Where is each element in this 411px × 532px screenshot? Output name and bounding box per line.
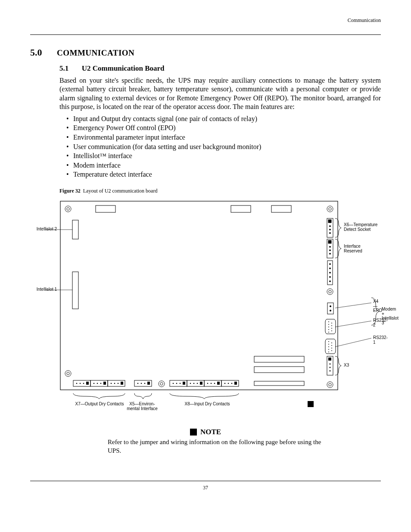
svg-line-107	[335, 303, 371, 308]
sub-heading: 5.1 U2 Communication Board	[59, 64, 381, 73]
svg-point-45	[331, 330, 332, 331]
svg-rect-98	[217, 382, 220, 385]
svg-rect-82	[121, 382, 123, 385]
svg-rect-74	[86, 382, 89, 385]
svg-rect-94	[200, 382, 202, 385]
svg-rect-24	[328, 240, 331, 243]
svg-rect-0	[60, 201, 338, 390]
svg-point-2	[67, 208, 69, 210]
svg-point-81	[118, 383, 119, 384]
svg-point-4	[329, 208, 331, 210]
figure-caption: Figure 32 Layout of U2 communication boa…	[59, 188, 381, 194]
svg-point-96	[211, 383, 212, 384]
svg-point-44	[331, 328, 332, 329]
svg-point-51	[331, 342, 332, 343]
svg-point-91	[190, 383, 191, 384]
svg-point-33	[330, 281, 331, 282]
svg-point-57	[330, 364, 331, 365]
svg-point-48	[328, 346, 329, 347]
label-x5-env: X5—Environ- mental Interface	[126, 402, 159, 411]
svg-point-77	[100, 383, 102, 384]
svg-point-8	[67, 372, 69, 375]
svg-point-27	[330, 253, 331, 255]
svg-point-40	[328, 329, 329, 330]
svg-point-37	[328, 321, 329, 322]
svg-point-39	[328, 327, 329, 327]
svg-point-80	[114, 383, 115, 384]
svg-point-38	[328, 324, 329, 325]
svg-point-71	[76, 383, 78, 384]
svg-point-5	[327, 289, 333, 295]
svg-point-29	[330, 264, 331, 265]
svg-point-26	[330, 250, 331, 251]
footer: 37	[30, 481, 381, 489]
svg-point-76	[97, 383, 98, 384]
label-modem: Modem + Intellislot 3	[382, 307, 399, 325]
svg-point-87	[173, 383, 174, 384]
svg-rect-34	[327, 303, 333, 314]
svg-rect-78	[103, 382, 106, 385]
svg-point-20	[330, 226, 331, 227]
svg-point-10	[329, 383, 331, 386]
svg-point-7	[65, 370, 71, 376]
svg-rect-14	[231, 205, 251, 212]
label-x3: X3	[344, 363, 349, 368]
svg-point-50	[328, 352, 329, 352]
label-input-dry: X8—Input Dry Contacts	[175, 402, 240, 407]
label-epo: X4—EPO	[373, 299, 382, 313]
svg-point-95	[207, 383, 209, 384]
svg-point-31	[330, 272, 331, 274]
note-heading: NOTE	[30, 428, 381, 436]
svg-point-84	[141, 383, 142, 384]
list-item: Modem interface	[66, 161, 381, 170]
svg-point-12	[160, 383, 163, 385]
svg-point-88	[176, 383, 177, 384]
note-icon	[190, 429, 197, 436]
svg-point-92	[193, 383, 195, 384]
svg-rect-90	[183, 382, 185, 385]
svg-point-49	[328, 349, 329, 350]
svg-point-93	[197, 383, 198, 384]
note-body: Refer to the jumper and wiring informati…	[108, 438, 329, 455]
list-item: Intellislot™ interface	[66, 151, 381, 161]
svg-point-3	[327, 206, 333, 212]
svg-rect-102	[234, 382, 237, 385]
svg-rect-68	[254, 356, 304, 362]
svg-line-105	[335, 321, 371, 327]
svg-point-85	[144, 383, 146, 384]
label-rs232-1: RS232-1	[373, 336, 388, 345]
svg-point-22	[330, 233, 331, 234]
svg-rect-15	[271, 205, 291, 212]
section-heading: 5.0 COMMUNICATION	[30, 47, 381, 58]
svg-point-89	[180, 383, 181, 384]
svg-point-9	[327, 382, 333, 388]
list-item: Emergency Power Off control (EPO)	[66, 123, 381, 133]
svg-point-1	[65, 206, 71, 212]
svg-point-43	[331, 325, 332, 326]
svg-rect-19	[328, 220, 331, 223]
label-intellislot1: Intellislot 1	[33, 287, 57, 292]
label-output-dry: X7—Output Dry Contacts	[72, 402, 128, 407]
svg-point-101	[231, 383, 233, 384]
svg-point-41	[328, 332, 329, 333]
feature-list: Input and Output dry contacts signal (on…	[66, 114, 381, 179]
svg-point-6	[329, 290, 331, 293]
svg-point-100	[228, 383, 229, 384]
svg-line-106	[335, 338, 371, 347]
svg-point-99	[224, 383, 226, 384]
svg-rect-69	[254, 367, 304, 373]
svg-rect-17	[72, 272, 78, 309]
svg-point-32	[330, 277, 331, 278]
svg-rect-108	[308, 401, 314, 407]
list-item: User communication (for data setting and…	[66, 142, 381, 152]
board-diagram: X6—Temperature Detect Socket Interface R…	[46, 196, 381, 420]
svg-point-72	[80, 383, 81, 384]
svg-point-47	[328, 344, 329, 345]
svg-point-53	[331, 348, 332, 348]
list-item: Input and Output dry contacts signal (on…	[66, 114, 381, 124]
header-right: Communication	[30, 17, 381, 24]
label-interface-reserved: Interface Reserved	[344, 244, 362, 253]
svg-point-36	[330, 310, 331, 311]
header-rule	[30, 34, 381, 35]
svg-point-79	[111, 383, 112, 384]
